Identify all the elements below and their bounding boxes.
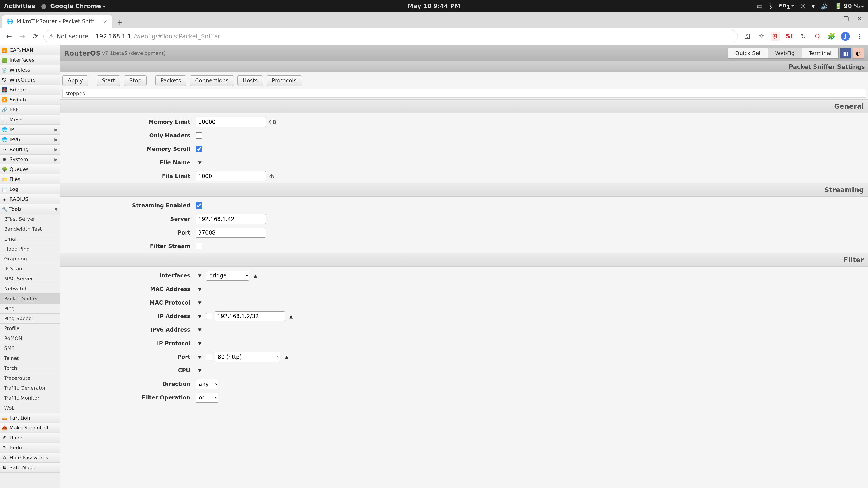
sidebar-sub-btest-server[interactable]: BTest Server [0,214,60,224]
sidebar-item-interfaces[interactable]: 🟩Interfaces [0,55,60,65]
sidebar-item-wireguard[interactable]: 🛡WireGuard [0,75,60,85]
sidebar-sub-traffic-generator[interactable]: Traffic Generator [0,383,60,393]
browser-tab[interactable]: 🌐 MikroTikRouter - Packet Sniff… × [2,15,112,28]
sidebar-item-make-supout-rif[interactable]: 📤Make Supout.rif [0,423,60,433]
extension-q-icon[interactable]: Q [813,32,822,41]
only-headers-checkbox[interactable] [196,132,202,139]
sidebar-item-bridge[interactable]: 🌉Bridge [0,85,60,95]
interfaces-add-icon[interactable]: ▲ [251,271,259,280]
current-app-menu[interactable]: Google Chrome [41,3,105,9]
sidebar-item-capsman[interactable]: 📶CAPsMAN [0,45,60,55]
sidebar-sub-graphing[interactable]: Graphing [0,254,60,264]
sidebar-item-log[interactable]: 📄Log [0,184,60,194]
extensions-puzzle-icon[interactable]: 🧩 [827,32,836,41]
ipv6-address-expand-icon[interactable]: ▼ [196,326,204,334]
battery-indicator[interactable]: 🔋 90 % [835,3,864,9]
memory-scroll-checkbox[interactable] [196,146,202,152]
tab-webfig[interactable]: WebFig [768,48,802,59]
interfaces-collapse-icon[interactable]: ▼ [196,271,204,280]
sidebar-sub-traceroute[interactable]: Traceroute [0,373,60,383]
port-input[interactable] [196,228,266,238]
sidebar-item-switch[interactable]: 🔀Switch [0,95,60,105]
activities-menu[interactable]: Activities [4,3,35,9]
sidebar-sub-netwatch[interactable]: Netwatch [0,284,60,294]
sidebar-sub-sms[interactable]: SMS [0,344,60,353]
server-input[interactable] [196,214,266,224]
ip-address-collapse-icon[interactable]: ▼ [196,312,204,320]
brightness-icon[interactable]: ☼ [800,2,806,10]
tab-quickset[interactable]: Quick Set [728,48,768,59]
window-maximize-icon[interactable]: ▢ [842,14,850,23]
filter-port-select[interactable]: 80 (http) [215,352,280,362]
sidebar-sub-wol[interactable]: WoL [0,403,60,413]
filter-port-add-icon[interactable]: ▲ [283,353,291,361]
memory-limit-input[interactable] [196,117,266,127]
sidebar-item-partition[interactable]: 🥧Partition [0,413,60,423]
bluetooth-icon[interactable]: ᛒ [769,2,773,10]
nav-reload-button[interactable]: ⟳ [30,31,40,41]
profile-avatar[interactable]: J [841,32,850,41]
sidebar-sub-torch[interactable]: Torch [0,363,60,373]
sidebar-item-ppp[interactable]: 🔗PPP [0,105,60,115]
sidebar-item-routing[interactable]: ↪Routing▶ [0,144,60,155]
filter-operation-select[interactable]: or [196,393,218,402]
filter-port-collapse-icon[interactable]: ▼ [196,353,204,361]
interfaces-select[interactable]: bridge [206,271,249,281]
sidebar-item-mesh[interactable]: ⬚Mesh [0,115,60,125]
ip-address-input[interactable] [215,311,285,321]
sidebar-item-undo[interactable]: ↶Undo [0,433,60,443]
mac-protocol-expand-icon[interactable]: ▼ [196,299,204,307]
screencast-icon[interactable]: ▭ [757,2,763,10]
stop-button[interactable]: Stop [124,75,147,86]
sidebar-sub-ping-speed[interactable]: Ping Speed [0,314,60,324]
mac-address-expand-icon[interactable]: ▼ [196,285,204,293]
sidebar-sub-email[interactable]: Email [0,234,60,244]
window-minimize-icon[interactable]: – [828,14,837,23]
file-name-expand-icon[interactable]: ▼ [196,159,204,167]
sidebar-item-wireless[interactable]: 📡Wireless [0,65,60,75]
address-bar[interactable]: ⚠ Not secure | 192.168.1.1/webfig/#Tools… [43,30,738,42]
sidebar-sub-telnet[interactable]: Telnet [0,353,60,363]
sidebar-sub-packet-sniffer[interactable]: Packet Sniffer [0,294,60,304]
sidebar-sub-flood-ping[interactable]: Flood Ping [0,244,60,254]
sidebar-item-ip[interactable]: 🌐IP▶ [0,125,60,135]
sidebar-sub-ping[interactable]: Ping [0,304,60,314]
sidebar-item-redo[interactable]: ↷Redo [0,443,60,453]
sidebar-item-queues[interactable]: 🌳Queues [0,164,60,174]
sidebar-item-system[interactable]: ⚙System▶ [0,155,60,164]
nav-forward-button[interactable]: → [17,31,27,41]
sidebar-sub-ip-scan[interactable]: IP Scan [0,264,60,274]
cpu-expand-icon[interactable]: ▼ [196,366,204,375]
sidebar-sub-traffic-monitor[interactable]: Traffic Monitor [0,393,60,403]
clock[interactable]: May 10 9:44 PM [408,3,460,9]
keyboard-layout[interactable]: en1 [778,2,794,10]
extension-loop-icon[interactable]: ↻ [799,32,808,41]
tab-terminal[interactable]: Terminal [802,48,839,59]
start-button[interactable]: Start [97,75,121,86]
bookmark-star-icon[interactable]: ☆ [757,32,766,41]
streaming-enabled-checkbox[interactable] [196,202,202,209]
chrome-menu-icon[interactable]: ⋮ [855,32,864,41]
packets-button[interactable]: Packets [155,75,186,86]
wifi-icon[interactable]: ▾ [812,2,815,10]
sidebar-item-hide-passwords[interactable]: ⊝Hide Passwords [0,453,60,463]
sidebar-sub-mac-server[interactable]: MAC Server [0,274,60,284]
sidebar-item-ipv6[interactable]: 🌐IPv6▶ [0,135,60,144]
sidebar-sub-bandwidth-test[interactable]: Bandwidth Test [0,224,60,234]
direction-select[interactable]: any [196,379,218,389]
shield-adblock-icon[interactable]: ⛨ [771,32,780,41]
tab-close-icon[interactable]: × [103,18,107,25]
protocols-button[interactable]: Protocols [267,75,302,86]
sidebar-item-radius[interactable]: ◈RADIUS [0,194,60,204]
nav-back-button[interactable]: ← [4,31,14,41]
sidebar-item-safe-mode[interactable]: 🖥Safe Mode [0,463,60,473]
ip-address-add-icon[interactable]: ▲ [287,312,295,320]
key-icon[interactable]: ⚿ [743,32,752,41]
connections-button[interactable]: Connections [190,75,234,86]
ip-protocol-expand-icon[interactable]: ▼ [196,339,204,348]
header-square-red[interactable]: ◐ [852,48,864,59]
sidebar-item-tools[interactable]: 🔧Tools▼ [0,204,60,214]
volume-icon[interactable]: 🔊 [821,2,829,10]
header-square-blue[interactable]: ◧ [840,48,851,59]
window-close-icon[interactable]: × [855,14,864,23]
